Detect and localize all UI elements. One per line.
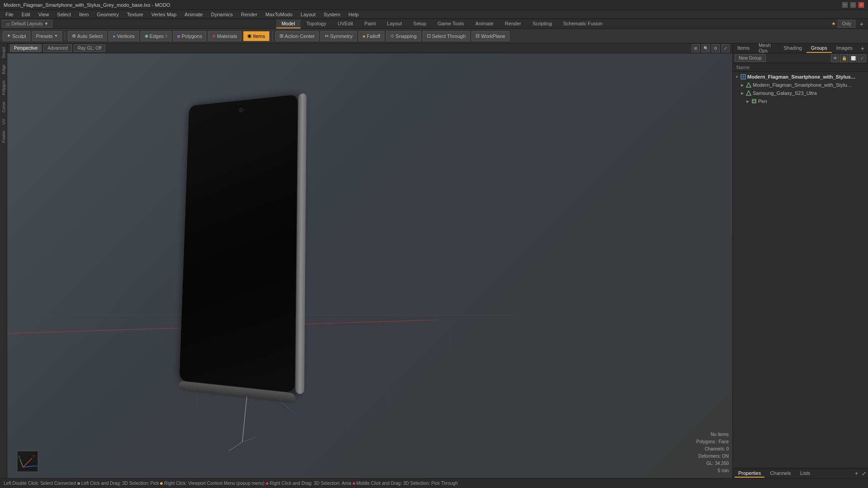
- vp-ctrl-settings[interactable]: ⚙: [712, 44, 720, 52]
- rp-tab-items[interactable]: Items: [733, 44, 754, 53]
- layer-icon-2: [751, 98, 757, 104]
- vp-ctrl-zoom-in[interactable]: 🔍: [702, 44, 710, 52]
- menu-vertexmap[interactable]: Vertex Map: [148, 11, 180, 18]
- polygons-button[interactable]: ■ Polygons: [173, 31, 206, 41]
- expand-icon-root[interactable]: ▼: [735, 75, 739, 79]
- layout-icon: ⚏: [6, 21, 10, 26]
- menu-geometry[interactable]: Geometry: [93, 11, 122, 18]
- workplane-button[interactable]: ⊟ WorkPlane: [472, 31, 509, 41]
- right-panel: Items Mesh Ops Shading Groups Images + N…: [732, 43, 868, 478]
- rp-tool-eye[interactable]: 👁: [831, 54, 839, 62]
- tab-scripting[interactable]: Scripting: [527, 19, 557, 28]
- rp-tab-groups[interactable]: Groups: [807, 44, 832, 53]
- advanced-button[interactable]: Advanced: [43, 44, 71, 52]
- rp-bottom-tab-channels[interactable]: Channels: [766, 469, 794, 478]
- vp-ctrl-1[interactable]: ⊞: [692, 44, 700, 52]
- menu-edit[interactable]: Edit: [18, 11, 34, 18]
- rp-bottom-tab-properties[interactable]: Properties: [735, 469, 764, 478]
- action-center-icon: ⊞: [279, 33, 283, 39]
- viewport-controls-right: ⊞ 🔍 ⚙ ⤢: [692, 44, 730, 52]
- side-item-polygon[interactable]: Polygon: [0, 78, 7, 98]
- menu-item[interactable]: Item: [75, 11, 92, 18]
- menu-system[interactable]: System: [320, 11, 344, 18]
- close-button[interactable]: ✕: [858, 2, 864, 8]
- symmetry-button[interactable]: ⇔ Symmetry: [321, 31, 357, 41]
- expand-icon-0[interactable]: ▶: [740, 83, 745, 87]
- tab-gametools[interactable]: Game Tools: [432, 19, 470, 28]
- expand-icon-1[interactable]: ▶: [740, 91, 745, 95]
- tab-uvedit[interactable]: UVEdit: [332, 19, 359, 28]
- vp-ctrl-expand[interactable]: ⤢: [722, 44, 730, 52]
- svg-line-12: [242, 397, 247, 442]
- viewport-grid: [7, 53, 732, 478]
- maximize-button[interactable]: □: [850, 2, 856, 8]
- layout-dropdown-icon: ▼: [44, 21, 49, 26]
- rp-bottom-expand[interactable]: +: [855, 470, 858, 477]
- rp-tool-lock[interactable]: 🔒: [840, 54, 848, 62]
- dot-4: [353, 482, 355, 485]
- phone-3d-model: [179, 93, 307, 405]
- raygl-button[interactable]: Ray GL: Off: [74, 44, 106, 52]
- sculpt-button[interactable]: ✦ Sculpt: [3, 31, 30, 41]
- side-item-uv[interactable]: UV: [0, 116, 7, 127]
- perspective-button[interactable]: Perspective: [10, 44, 42, 52]
- tab-setup[interactable]: Setup: [408, 19, 432, 28]
- separator-1: [65, 32, 65, 41]
- menu-texture[interactable]: Texture: [123, 11, 147, 18]
- viewport-canvas[interactable]: No Items Polygons : Face Channels: 0 Def…: [7, 53, 732, 478]
- tab-animate[interactable]: Animate: [470, 19, 499, 28]
- tree-item-root[interactable]: ▼ Modern_Flagman_Smartphone_with_Stylus_…: [733, 73, 868, 81]
- rp-tool-render[interactable]: ⬜: [849, 54, 857, 62]
- svg-rect-27: [752, 100, 756, 103]
- menu-dynamics[interactable]: Dynamics: [208, 11, 236, 18]
- minimize-button[interactable]: ─: [842, 2, 848, 8]
- select-through-button[interactable]: ⊡ Select Through: [423, 31, 470, 41]
- presets-button[interactable]: Presets ▼: [32, 31, 62, 41]
- menu-file[interactable]: File: [2, 11, 17, 18]
- side-item-curve[interactable]: Curve: [0, 99, 7, 115]
- auto-select-button[interactable]: ⊕ Auto Select: [68, 31, 107, 41]
- only-button[interactable]: Only: [838, 20, 855, 28]
- snapping-button[interactable]: ⊹ Snapping: [386, 31, 421, 41]
- rp-tab-shading[interactable]: Shading: [779, 44, 806, 53]
- tree-item-1[interactable]: ▶ Samsung_Galaxy_S23_Ultra: [733, 89, 868, 97]
- falloff-button[interactable]: ● Falloff: [359, 31, 384, 41]
- materials-button[interactable]: ◈ Materials: [208, 31, 241, 41]
- action-center-button[interactable]: ⊞ Action Center: [275, 31, 319, 41]
- expand-icon-2[interactable]: ▶: [745, 99, 750, 103]
- rp-tool-expand[interactable]: ⤢: [858, 54, 866, 62]
- tab-layout[interactable]: Layout: [382, 19, 407, 28]
- items-button[interactable]: ◉ Items: [243, 31, 269, 41]
- menu-help[interactable]: Help: [345, 11, 363, 18]
- side-item-fusion[interactable]: Fusion: [0, 128, 7, 145]
- layout-selector[interactable]: ⚏ Default Layouts ▼: [2, 20, 52, 28]
- tab-render[interactable]: Render: [500, 19, 527, 28]
- menu-animate[interactable]: Animate: [181, 11, 206, 18]
- tab-model[interactable]: Model: [276, 19, 301, 28]
- vertices-button[interactable]: ● Vertices: [108, 31, 139, 41]
- rp-tab-images[interactable]: Images: [832, 44, 857, 53]
- time-info: 5 min: [718, 467, 729, 474]
- edges-button[interactable]: ◆ Edges 3: [141, 31, 171, 41]
- new-group-button[interactable]: New Group: [735, 54, 766, 62]
- side-item-sculpt[interactable]: Sculpt: [0, 44, 7, 61]
- menu-select[interactable]: Select: [53, 11, 75, 18]
- menu-maxtomodo[interactable]: MaxToModo: [262, 11, 296, 18]
- side-item-edge[interactable]: Edge: [0, 62, 7, 77]
- tab-schematic[interactable]: Schematic Fusion: [558, 19, 608, 28]
- rp-bottom-tab-lists[interactable]: Lists: [797, 469, 814, 478]
- main-layout: Sculpt Edge Polygon Curve UV Fusion Pers…: [0, 43, 868, 478]
- add-tab-button[interactable]: +: [857, 19, 866, 28]
- title-bar: Modern_Flagman_Smartphone_with_Stylus_Gr…: [0, 0, 868, 10]
- tab-paint[interactable]: Paint: [359, 19, 381, 28]
- tree-item-2[interactable]: ▶ Pen: [733, 97, 868, 105]
- menu-view[interactable]: View: [35, 11, 53, 18]
- rp-add-tab-button[interactable]: +: [857, 45, 868, 52]
- viewport[interactable]: Perspective Advanced Ray GL: Off ⊞ 🔍 ⚙ ⤢: [7, 43, 732, 478]
- svg-line-7: [346, 53, 392, 415]
- menu-layout[interactable]: Layout: [297, 11, 319, 18]
- tab-topology[interactable]: Topology: [301, 19, 332, 28]
- tree-item-0[interactable]: ▶ Modern_Flagman_Smartphone_with_Stylus_…: [733, 81, 868, 89]
- menu-render[interactable]: Render: [237, 11, 261, 18]
- rp-bottom-fullscreen[interactable]: ⤢: [862, 470, 866, 477]
